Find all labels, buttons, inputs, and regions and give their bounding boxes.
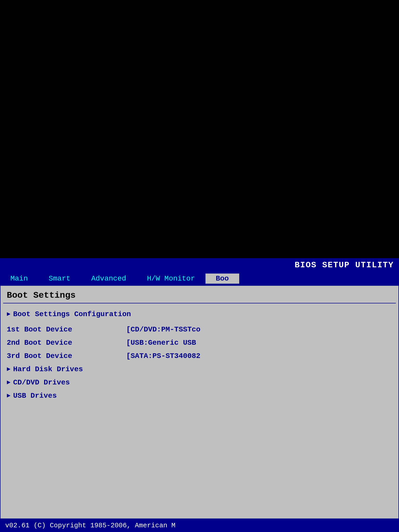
section-title: Boot Settings (1, 286, 398, 303)
boot-settings-configuration-item[interactable]: ► Boot Settings Configuration (1, 308, 398, 321)
nav-item-advanced[interactable]: Advanced (81, 274, 136, 284)
hard-disk-arrow-icon: ► (7, 366, 10, 373)
second-boot-device-label: 2nd Boot Device (7, 339, 116, 347)
third-boot-device-value: [SATA:PS-ST340082 (126, 352, 201, 360)
third-boot-device-label: 3rd Boot Device (7, 352, 116, 360)
usb-drives-label: USB Drives (13, 392, 57, 400)
cddvd-arrow-icon: ► (7, 379, 10, 386)
nav-item-smart[interactable]: Smart (38, 274, 81, 284)
second-boot-device-value: [USB:Generic USB (126, 339, 196, 347)
bios-container: BIOS SETUP UTILITY Main Smart Advanced H… (0, 258, 399, 532)
nav-item-main[interactable]: Main (0, 274, 38, 284)
title-text: BIOS SETUP UTILITY (295, 260, 394, 270)
screen-wrapper: BIOS SETUP UTILITY Main Smart Advanced H… (0, 0, 399, 532)
hard-disk-drives-label: Hard Disk Drives (13, 365, 83, 373)
cddvd-drives-label: CD/DVD Drives (13, 378, 70, 387)
cddvd-drives-item[interactable]: ► CD/DVD Drives (1, 376, 398, 389)
footer-bar: v02.61 (C) Copyright 1985-2006, American… (0, 519, 399, 532)
nav-bar: Main Smart Advanced H/W Monitor Boo (0, 272, 399, 285)
content-spacer (1, 404, 398, 508)
usb-arrow-icon: ► (7, 392, 10, 399)
nav-item-boot[interactable]: Boo (205, 274, 239, 284)
first-boot-device-value: [CD/DVD:PM-TSSTco (126, 325, 201, 334)
third-boot-device-item[interactable]: 3rd Boot Device [SATA:PS-ST340082 (1, 349, 398, 363)
top-black-area (0, 0, 399, 258)
boot-settings-configuration-label: Boot Settings Configuration (13, 310, 131, 318)
second-boot-device-item[interactable]: 2nd Boot Device [USB:Generic USB (1, 336, 398, 349)
usb-drives-item[interactable]: ► USB Drives (1, 389, 398, 402)
footer-text: v02.61 (C) Copyright 1985-2006, American… (5, 522, 175, 529)
first-boot-device-label: 1st Boot Device (7, 325, 116, 334)
hard-disk-drives-item[interactable]: ► Hard Disk Drives (1, 363, 398, 376)
nav-item-hwmonitor[interactable]: H/W Monitor (137, 274, 205, 284)
main-content: Boot Settings ► Boot Settings Configurat… (0, 285, 399, 519)
first-boot-device-item[interactable]: 1st Boot Device [CD/DVD:PM-TSSTco (1, 323, 398, 336)
title-bar: BIOS SETUP UTILITY (0, 258, 399, 272)
menu-list: 1st Boot Device [CD/DVD:PM-TSSTco 2nd Bo… (1, 321, 398, 404)
arrow-icon: ► (7, 311, 10, 318)
section-divider (3, 303, 396, 303)
